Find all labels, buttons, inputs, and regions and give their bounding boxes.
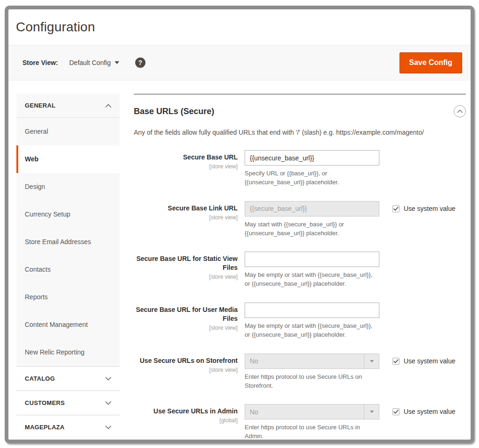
- sidebar-item-design[interactable]: Design: [16, 173, 120, 201]
- field-scope: [store view]: [134, 214, 238, 221]
- content-panel: Base URLs (Secure) Any of the fields all…: [134, 94, 466, 443]
- field-input-column: May be empty or start with {{secure_base…: [245, 252, 379, 289]
- chevron-up-icon: [457, 109, 463, 113]
- select-use-secure-urls-on-storefront: No: [245, 354, 379, 369]
- field-input-column: May start with {{secure_base_url}} or {{…: [245, 201, 379, 238]
- chevron-down-icon: [105, 377, 111, 381]
- select-arrow-button: [364, 405, 379, 419]
- admin-window: Configuration Store View: Default Config…: [5, 6, 474, 443]
- form-row: Secure Base URL for Static View Files [s…: [134, 252, 466, 289]
- form-row: Use Secure URLs on Storefront [store vie…: [134, 354, 466, 390]
- use-system-value-checkbox[interactable]: [392, 358, 399, 365]
- use-system-value-label: Use system value: [404, 408, 455, 415]
- field-note: May be empty or start with {{secure_base…: [245, 322, 379, 340]
- sidebar-section-mageplaza[interactable]: MAGEPLAZA: [16, 415, 120, 439]
- field-label: Use Secure URLs in Admin: [134, 407, 238, 416]
- settings-form: Secure Base URL [store view] Specify URL…: [134, 150, 466, 443]
- field-scope: [global]: [134, 417, 238, 424]
- use-system-value-label: Use system value: [404, 357, 455, 365]
- sidebar-item-currency-setup[interactable]: Currency Setup: [16, 201, 120, 228]
- chevron-down-icon: [105, 426, 111, 429]
- save-config-button[interactable]: Save Config: [399, 52, 462, 73]
- chevron-down-icon: [105, 401, 111, 405]
- use-system-value-label: Use system value: [404, 205, 455, 212]
- store-view-switcher[interactable]: Default Config: [69, 59, 119, 66]
- field-input-column: No Enter https protocol to use Secure UR…: [245, 404, 379, 441]
- field-scope: [store view]: [134, 325, 238, 331]
- field-scope: [store view]: [134, 367, 238, 373]
- sidebar-item-contacts[interactable]: Contacts: [16, 256, 120, 283]
- field-label: Secure Base URL for Static View Files: [134, 254, 238, 272]
- select-arrow-button: [364, 354, 379, 369]
- form-row: Secure Base URL [store view] Specify URL…: [134, 150, 466, 187]
- sidebar-item-new-relic-reporting[interactable]: New Relic Reporting: [16, 339, 120, 366]
- field-note: May start with {{secure_base_url}} or {{…: [245, 220, 379, 238]
- field-input-column: No Enter https protocol to use Secure UR…: [245, 354, 379, 390]
- use-system-value-wrap: Use system value: [392, 354, 455, 390]
- checkmark-icon: [393, 410, 399, 414]
- use-system-value-checkbox[interactable]: [392, 205, 399, 212]
- collapse-section-button[interactable]: [454, 105, 466, 117]
- config-sidebar: GENERAL GeneralWebDesignCurrency SetupSt…: [16, 94, 120, 443]
- select-value: No: [245, 357, 364, 365]
- field-label: Secure Base URL for User Media Files: [134, 305, 238, 323]
- field-note: Enter https protocol to use Secure URLs …: [245, 423, 379, 441]
- select-use-secure-urls-in-admin: No: [245, 404, 379, 419]
- input-secure-base-link-url: [245, 201, 379, 217]
- section-description: Any of the fields allow fully qualified …: [134, 129, 466, 136]
- sidebar-item-general[interactable]: General: [16, 118, 120, 145]
- store-view-label: Store View:: [22, 59, 58, 66]
- sidebar-section-general[interactable]: GENERAL: [16, 94, 120, 118]
- field-note: May be empty or start with {{secure_base…: [245, 271, 379, 289]
- toolbar: Store View: Default Config ? Save Config: [8, 45, 471, 80]
- field-input-column: May be empty or start with {{secure_base…: [245, 303, 379, 340]
- field-label-column: Secure Base URL [store view]: [134, 150, 238, 187]
- field-label: Secure Base URL: [134, 153, 238, 162]
- field-note: Specify URL or {{base_url}}, or {{unsecu…: [245, 169, 379, 187]
- input-secure-base-url-for-static-view-files[interactable]: [245, 252, 379, 267]
- sidebar-item-store-email-addresses[interactable]: Store Email Addresses: [16, 228, 120, 256]
- store-view-value: Default Config: [69, 59, 111, 66]
- form-row: Use Secure URLs in Admin [global] No Ent…: [134, 404, 466, 441]
- field-label-column: Use Secure URLs on Storefront [store vie…: [134, 354, 238, 390]
- help-icon[interactable]: ?: [135, 58, 145, 68]
- sidebar-section-catalog[interactable]: CATALOG: [16, 366, 120, 390]
- sidebar-item-web[interactable]: Web: [16, 145, 120, 173]
- page-title: Configuration: [16, 20, 463, 35]
- caret-down-icon: [370, 360, 374, 362]
- form-row: Secure Base Link URL [store view] May st…: [134, 201, 466, 238]
- use-system-value-wrap: Use system value: [392, 404, 455, 441]
- use-system-value-wrap: Use system value: [392, 201, 455, 238]
- page-header: Configuration: [8, 9, 471, 45]
- layout: GENERAL GeneralWebDesignCurrency SetupSt…: [8, 94, 471, 443]
- use-system-value-checkbox[interactable]: [392, 408, 399, 415]
- sidebar-items: GeneralWebDesignCurrency SetupStore Emai…: [16, 118, 120, 366]
- sidebar-section-label: CUSTOMERS: [25, 399, 65, 406]
- field-label-column: Secure Base Link URL [store view]: [134, 201, 238, 238]
- input-secure-base-url[interactable]: [245, 150, 379, 166]
- section-header: Base URLs (Secure): [134, 105, 466, 117]
- sidebar-item-content-management[interactable]: Content Management: [16, 311, 120, 339]
- sidebar-section-label: CATALOG: [25, 375, 55, 382]
- field-label-column: Secure Base URL for User Media Files [st…: [134, 303, 238, 340]
- sidebar-item-reports[interactable]: Reports: [16, 283, 120, 311]
- section-title: Base URLs (Secure): [134, 107, 214, 116]
- field-label: Secure Base Link URL: [134, 204, 238, 213]
- field-label-column: Use Secure URLs in Admin [global]: [134, 404, 238, 441]
- form-row: Secure Base URL for User Media Files [st…: [134, 303, 466, 340]
- input-secure-base-url-for-user-media-files[interactable]: [245, 303, 379, 318]
- sidebar-section-label: GENERAL: [25, 102, 56, 109]
- chevron-up-icon: [105, 104, 111, 108]
- caret-down-icon: [370, 411, 374, 413]
- checkmark-icon: [393, 207, 399, 211]
- field-label: Use Secure URLs on Storefront: [134, 356, 238, 365]
- field-scope: [store view]: [134, 274, 238, 280]
- caret-down-icon: [115, 61, 119, 64]
- select-value: No: [245, 408, 364, 416]
- field-note: Enter https protocol to use Secure URLs …: [245, 373, 379, 390]
- field-scope: [store view]: [134, 163, 238, 170]
- sidebar-section-customers[interactable]: CUSTOMERS: [16, 390, 120, 415]
- sidebar-section-label: MAGEPLAZA: [25, 424, 65, 431]
- field-label-column: Secure Base URL for Static View Files [s…: [134, 252, 238, 289]
- checkmark-icon: [393, 359, 399, 363]
